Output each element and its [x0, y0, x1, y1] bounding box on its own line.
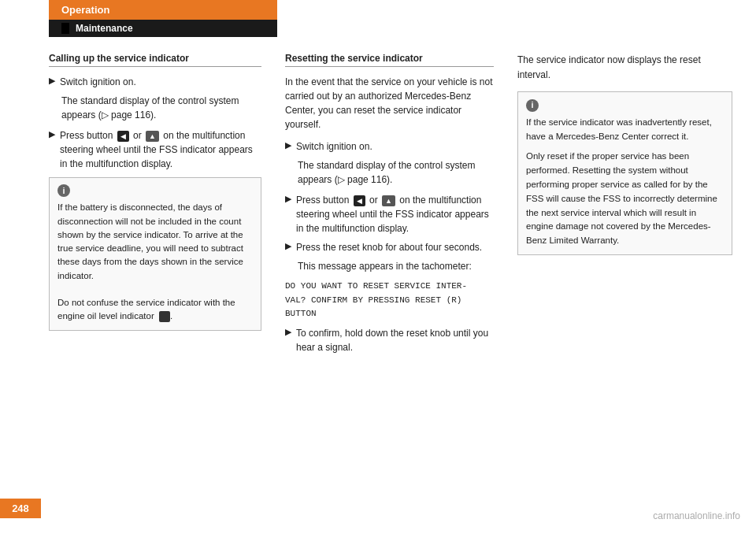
middle-step4: ▶ To confirm, hold down the reset knob u…	[285, 326, 494, 354]
operation-header: Operation Maintenance	[0, 0, 756, 37]
middle-step2-before: Press button	[296, 195, 349, 206]
page-number: 248	[0, 499, 41, 518]
middle-step3: ▶ Press the reset knob for about four se…	[285, 240, 494, 254]
right-column: The service indicator now displays the r…	[517, 53, 732, 359]
middle-step1-arrow: ▶	[285, 140, 291, 150]
left-info-text: If the battery is disconnected, the days…	[57, 201, 253, 283]
middle-step3-text: Press the reset knob for about four seco…	[296, 240, 494, 254]
middle-step1: ▶ Switch ignition on.	[285, 139, 494, 154]
left-section-title: Calling up the service indicator	[49, 53, 261, 67]
watermark: carmanualonline.info	[653, 510, 740, 521]
btn-icon-2: ▲	[146, 131, 159, 143]
right-info-text1: If the service indicator was inadvertent…	[526, 116, 724, 144]
left-column: Calling up the service indicator ▶ Switc…	[49, 53, 261, 359]
operation-label: Operation	[49, 0, 277, 20]
maintenance-label: Maintenance	[76, 23, 133, 34]
left-step1-indent: The standard display of the control syst…	[61, 94, 261, 122]
mono-line1: DO YOU WANT TO RESET SERVICE INTER-	[285, 280, 494, 294]
left-step2: ▶ Press button ◀ or ▲ on the multifuncti…	[49, 128, 261, 171]
middle-step2-arrow: ▶	[285, 194, 291, 204]
maintenance-bar: Maintenance	[49, 20, 277, 37]
left-info-box: i If the battery is disconnected, the da…	[49, 177, 261, 331]
btn-icon-1: ◀	[117, 131, 129, 143]
mono-line2: VAL? CONFIRM BY PRESSING RESET (R)	[285, 294, 494, 308]
middle-step1-text: Switch ignition on.	[296, 139, 494, 154]
black-rect-icon	[61, 23, 69, 34]
right-info-text2: Only reset if the proper service has bee…	[526, 150, 724, 248]
middle-intro: In the event that the service on your ve…	[285, 75, 494, 132]
left-info-text2: Do not confuse the service indicator wit…	[57, 296, 253, 324]
middle-btn-icon-2: ▲	[382, 195, 395, 207]
middle-section-title: Resetting the service indicator	[285, 53, 494, 67]
mono-line3: BUTTON	[285, 307, 494, 321]
middle-column: Resetting the service indicator In the e…	[285, 53, 494, 359]
middle-step4-text: To confirm, hold down the reset knob unt…	[296, 326, 494, 354]
middle-step2-or: or	[369, 195, 378, 206]
left-step2-before: Press button	[60, 130, 113, 141]
middle-step4-arrow: ▶	[285, 327, 291, 337]
left-step1-text: Switch ignition on.	[60, 75, 261, 89]
left-step2-arrow: ▶	[49, 129, 55, 139]
middle-step2: ▶ Press button ◀ or ▲ on the multifuncti…	[285, 193, 494, 235]
page-content: Calling up the service indicator ▶ Switc…	[0, 37, 756, 375]
left-step1: ▶ Switch ignition on.	[49, 75, 261, 89]
middle-btn-icon-1: ◀	[354, 195, 365, 207]
mono-message: DO YOU WANT TO RESET SERVICE INTER- VAL?…	[285, 280, 494, 321]
left-info-icon: i	[57, 184, 70, 197]
left-info-text2-span: Do not confuse the service indicator wit…	[57, 298, 235, 321]
left-step2-text: Press button ◀ or ▲ on the multifunction…	[60, 128, 261, 171]
middle-step2-text: Press button ◀ or ▲ on the multifunction…	[296, 193, 494, 235]
right-info-box: i If the service indicator was inadverte…	[517, 91, 732, 255]
middle-step3-arrow: ▶	[285, 241, 291, 251]
middle-step3-indent: This message appears in the tachometer:	[298, 259, 494, 273]
right-info-icon: i	[526, 99, 539, 112]
oil-level-icon	[159, 311, 170, 322]
middle-step1-indent: The standard display of the control syst…	[298, 158, 494, 187]
right-text1: The service indicator now displays the r…	[517, 53, 732, 82]
left-step1-arrow: ▶	[49, 76, 55, 86]
left-step2-or: or	[133, 130, 142, 141]
